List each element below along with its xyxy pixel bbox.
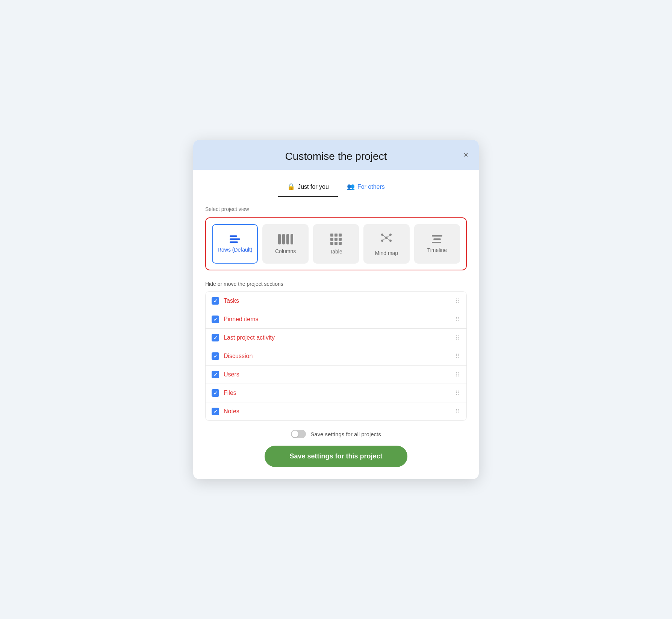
- mindmap-icon: [380, 232, 392, 246]
- drag-handle-tasks[interactable]: ⠿: [455, 297, 460, 305]
- tab-for-others[interactable]: 👥 For others: [338, 179, 394, 197]
- svg-line-7: [386, 235, 390, 238]
- drag-handle-files[interactable]: ⠿: [455, 390, 460, 397]
- group-icon: 👥: [347, 183, 355, 191]
- section-item-files-left: ✓ Files: [212, 389, 236, 397]
- save-button[interactable]: Save settings for this project: [265, 446, 407, 467]
- sections-list: ✓ Tasks ⠿ ✓ Pinned items ⠿ ✓ Last projec…: [205, 291, 467, 421]
- view-selector-label: Select project view: [205, 206, 467, 212]
- section-name-pinned: Pinned items: [224, 316, 259, 323]
- tab-just-for-you[interactable]: 🔒 Just for you: [278, 179, 338, 197]
- section-item-discussion: ✓ Discussion ⠿: [206, 347, 466, 366]
- toggle-label: Save settings for all projects: [310, 431, 381, 437]
- view-option-table-label: Table: [330, 249, 342, 255]
- svg-line-5: [382, 235, 386, 238]
- section-item-tasks-left: ✓ Tasks: [212, 297, 239, 305]
- section-item-tasks: ✓ Tasks ⠿: [206, 292, 466, 310]
- section-item-pinned: ✓ Pinned items ⠿: [206, 310, 466, 329]
- modal-body: 🔒 Just for you 👥 For others Select proje…: [193, 170, 479, 479]
- section-item-notes-left: ✓ Notes: [212, 408, 239, 415]
- table-icon: [330, 234, 342, 245]
- rows-icon: [230, 235, 240, 243]
- checkbox-tasks[interactable]: ✓: [212, 297, 219, 305]
- modal: Customise the project × 🔒 Just for you 👥…: [193, 140, 479, 479]
- section-name-activity: Last project activity: [224, 334, 275, 341]
- tab-divider: [205, 197, 467, 197]
- view-option-rows-label: Rows (Default): [218, 247, 253, 253]
- section-item-discussion-left: ✓ Discussion: [212, 352, 253, 360]
- view-option-columns-label: Columns: [275, 248, 296, 254]
- view-option-columns[interactable]: Columns: [262, 224, 308, 264]
- section-name-discussion: Discussion: [224, 353, 253, 360]
- checkbox-files[interactable]: ✓: [212, 389, 219, 397]
- modal-title: Customise the project: [285, 150, 387, 162]
- view-option-mindmap-label: Mind map: [375, 250, 398, 256]
- toggle-row: Save settings for all projects: [205, 430, 467, 438]
- section-name-notes: Notes: [224, 408, 239, 415]
- section-name-tasks: Tasks: [224, 297, 239, 304]
- lock-icon: 🔒: [287, 183, 295, 191]
- tabs-row: 🔒 Just for you 👥 For others: [205, 179, 467, 197]
- section-item-files: ✓ Files ⠿: [206, 384, 466, 402]
- drag-handle-pinned[interactable]: ⠿: [455, 316, 460, 323]
- checkbox-users[interactable]: ✓: [212, 371, 219, 378]
- checkbox-discussion[interactable]: ✓: [212, 352, 219, 360]
- svg-line-8: [386, 238, 390, 241]
- view-option-timeline[interactable]: Timeline: [414, 224, 460, 264]
- drag-handle-users[interactable]: ⠿: [455, 371, 460, 378]
- view-option-rows[interactable]: Rows (Default): [212, 224, 258, 264]
- view-selector: Rows (Default) Columns Table: [205, 217, 467, 270]
- columns-icon: [278, 234, 293, 244]
- modal-header: Customise the project ×: [193, 140, 479, 170]
- toggle-thumb: [292, 431, 298, 437]
- drag-handle-notes[interactable]: ⠿: [455, 408, 460, 415]
- section-name-users: Users: [224, 371, 239, 378]
- checkbox-activity[interactable]: ✓: [212, 334, 219, 341]
- section-name-files: Files: [224, 390, 236, 396]
- drag-handle-discussion[interactable]: ⠿: [455, 353, 460, 360]
- svg-line-6: [382, 238, 386, 241]
- section-item-activity-left: ✓ Last project activity: [212, 334, 275, 341]
- section-item-users: ✓ Users ⠿: [206, 366, 466, 384]
- checkbox-pinned[interactable]: ✓: [212, 316, 219, 323]
- sections-label: Hide or move the project sections: [205, 281, 467, 287]
- section-item-pinned-left: ✓ Pinned items: [212, 316, 259, 323]
- save-all-toggle[interactable]: [291, 430, 306, 438]
- section-item-notes: ✓ Notes ⠿: [206, 402, 466, 420]
- drag-handle-activity[interactable]: ⠿: [455, 334, 460, 341]
- section-item-users-left: ✓ Users: [212, 371, 239, 378]
- view-option-timeline-label: Timeline: [427, 247, 447, 253]
- view-option-mindmap[interactable]: Mind map: [363, 224, 409, 264]
- close-button[interactable]: ×: [463, 151, 468, 159]
- checkbox-notes[interactable]: ✓: [212, 408, 219, 415]
- section-item-activity: ✓ Last project activity ⠿: [206, 329, 466, 347]
- timeline-icon: [432, 235, 442, 243]
- view-option-table[interactable]: Table: [313, 224, 359, 264]
